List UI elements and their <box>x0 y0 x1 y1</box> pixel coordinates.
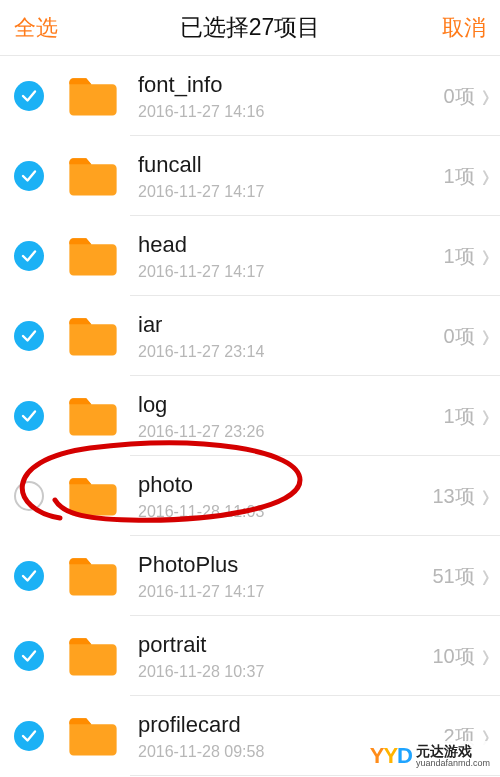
item-name: funcall <box>138 151 444 179</box>
item-count: 1项 <box>444 163 475 190</box>
item-meta: 10项 › <box>432 642 500 670</box>
checkbox[interactable] <box>14 81 44 111</box>
list-item[interactable]: funcall 2016-11-27 14:17 1项 › <box>0 136 500 216</box>
item-info: iar 2016-11-27 23:14 <box>138 311 444 361</box>
item-name: head <box>138 231 444 259</box>
watermark-brand: 元达游戏 <box>416 744 490 759</box>
chevron-right-icon: › <box>482 478 489 514</box>
item-count: 51项 <box>432 563 474 590</box>
item-count: 1项 <box>444 243 475 270</box>
item-info: photo 2016-11-28 11:03 <box>138 471 432 521</box>
item-count: 10项 <box>432 643 474 670</box>
chevron-right-icon: › <box>482 78 489 114</box>
item-info: font_info 2016-11-27 14:16 <box>138 71 444 121</box>
checkmark-icon <box>20 567 38 585</box>
folder-icon <box>66 394 120 438</box>
folder-icon <box>66 314 120 358</box>
file-list: font_info 2016-11-27 14:16 0项 › funcall … <box>0 56 500 776</box>
checkbox[interactable] <box>14 401 44 431</box>
chevron-right-icon: › <box>482 398 489 434</box>
item-count: 0项 <box>444 323 475 350</box>
watermark: YYD 元达游戏 yuandafanmd.com <box>366 741 494 771</box>
checkbox[interactable] <box>14 481 44 511</box>
folder-icon <box>66 634 120 678</box>
item-count: 0项 <box>444 83 475 110</box>
checkmark-icon <box>20 727 38 745</box>
checkmark-icon <box>20 87 38 105</box>
watermark-logo-icon: YYD <box>370 743 412 769</box>
list-item[interactable]: PhotoPlus 2016-11-27 14:17 51项 › <box>0 536 500 616</box>
item-count: 13项 <box>432 483 474 510</box>
page-title: 已选择27项目 <box>180 12 321 43</box>
chevron-right-icon: › <box>482 238 489 274</box>
chevron-right-icon: › <box>482 558 489 594</box>
item-meta: 51项 › <box>432 562 500 590</box>
item-count: 1项 <box>444 403 475 430</box>
list-item[interactable]: head 2016-11-27 14:17 1项 › <box>0 216 500 296</box>
item-name: PhotoPlus <box>138 551 432 579</box>
item-meta: 1项 › <box>444 242 500 270</box>
item-info: head 2016-11-27 14:17 <box>138 231 444 281</box>
item-info: portrait 2016-11-28 10:37 <box>138 631 432 681</box>
item-name: photo <box>138 471 432 499</box>
select-all-button[interactable]: 全选 <box>14 13 58 43</box>
cancel-button[interactable]: 取消 <box>442 13 486 43</box>
checkbox[interactable] <box>14 561 44 591</box>
item-name: portrait <box>138 631 432 659</box>
checkbox[interactable] <box>14 321 44 351</box>
item-meta: 1项 › <box>444 402 500 430</box>
item-date: 2016-11-27 23:26 <box>138 423 444 441</box>
chevron-right-icon: › <box>482 318 489 354</box>
item-meta: 13项 › <box>432 482 500 510</box>
item-name: font_info <box>138 71 444 99</box>
item-date: 2016-11-28 10:37 <box>138 663 432 681</box>
item-name: log <box>138 391 444 419</box>
list-item[interactable]: iar 2016-11-27 23:14 0项 › <box>0 296 500 376</box>
folder-icon <box>66 554 120 598</box>
checkbox[interactable] <box>14 641 44 671</box>
item-name: profilecard <box>138 711 444 739</box>
item-info: PhotoPlus 2016-11-27 14:17 <box>138 551 432 601</box>
item-date: 2016-11-27 14:17 <box>138 263 444 281</box>
folder-icon <box>66 74 120 118</box>
folder-icon <box>66 714 120 758</box>
checkmark-icon <box>20 407 38 425</box>
item-meta: 1项 › <box>444 162 500 190</box>
folder-icon <box>66 474 120 518</box>
item-date: 2016-11-28 11:03 <box>138 503 432 521</box>
checkmark-icon <box>20 167 38 185</box>
header-bar: 全选 已选择27项目 取消 <box>0 0 500 56</box>
checkbox[interactable] <box>14 721 44 751</box>
item-name: iar <box>138 311 444 339</box>
item-date: 2016-11-27 14:17 <box>138 183 444 201</box>
checkbox[interactable] <box>14 161 44 191</box>
item-date: 2016-11-27 23:14 <box>138 343 444 361</box>
folder-icon <box>66 234 120 278</box>
item-info: log 2016-11-27 23:26 <box>138 391 444 441</box>
watermark-url: yuandafanmd.com <box>416 759 490 768</box>
checkmark-icon <box>20 247 38 265</box>
item-meta: 0项 › <box>444 322 500 350</box>
checkmark-icon <box>20 327 38 345</box>
list-item[interactable]: font_info 2016-11-27 14:16 0项 › <box>0 56 500 136</box>
folder-icon <box>66 154 120 198</box>
item-info: funcall 2016-11-27 14:17 <box>138 151 444 201</box>
checkbox[interactable] <box>14 241 44 271</box>
chevron-right-icon: › <box>482 158 489 194</box>
item-meta: 0项 › <box>444 82 500 110</box>
list-item[interactable]: portrait 2016-11-28 10:37 10项 › <box>0 616 500 696</box>
checkmark-icon <box>20 647 38 665</box>
chevron-right-icon: › <box>482 638 489 674</box>
list-item[interactable]: log 2016-11-27 23:26 1项 › <box>0 376 500 456</box>
item-date: 2016-11-27 14:16 <box>138 103 444 121</box>
item-date: 2016-11-27 14:17 <box>138 583 432 601</box>
list-item[interactable]: photo 2016-11-28 11:03 13项 › <box>0 456 500 536</box>
